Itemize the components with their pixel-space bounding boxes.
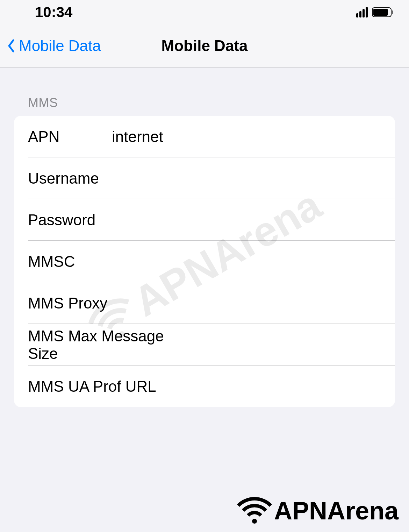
row-label: MMS Proxy	[28, 295, 189, 312]
section-header-mms: MMS	[14, 95, 395, 110]
status-bar: 10:34	[0, 0, 409, 24]
row-mms-max-size[interactable]: MMS Max Message Size	[14, 324, 395, 366]
row-apn[interactable]: APN	[14, 116, 395, 157]
back-button[interactable]: Mobile Data	[7, 37, 101, 55]
mms-max-size-input[interactable]	[189, 336, 381, 354]
wifi-icon	[237, 497, 272, 525]
row-mms-ua-prof-url[interactable]: MMS UA Prof URL	[14, 366, 395, 407]
svg-point-0	[252, 519, 257, 524]
username-input[interactable]	[112, 170, 381, 187]
row-username[interactable]: Username	[14, 157, 395, 199]
row-password[interactable]: Password	[14, 199, 395, 241]
mmsc-input[interactable]	[112, 253, 381, 270]
back-label: Mobile Data	[19, 37, 101, 55]
content: MMS APN Username Password MMSC MMS Proxy	[0, 68, 409, 407]
footer-brand-text: APNArena	[274, 496, 399, 525]
page-title: Mobile Data	[162, 37, 248, 55]
mms-proxy-input[interactable]	[189, 295, 381, 312]
mms-ua-prof-url-input[interactable]	[189, 378, 381, 395]
status-icons	[356, 7, 392, 17]
row-label: MMS Max Message Size	[28, 327, 189, 362]
chevron-left-icon	[7, 39, 15, 53]
row-label: Password	[28, 211, 112, 229]
row-label: APN	[28, 128, 112, 146]
battery-icon	[372, 7, 392, 17]
password-input[interactable]	[112, 211, 381, 229]
status-time: 10:34	[35, 4, 72, 21]
settings-group-mms: APN Username Password MMSC MMS Proxy MMS…	[14, 116, 395, 407]
nav-header: Mobile Data Mobile Data	[0, 24, 409, 68]
row-label: Username	[28, 170, 112, 187]
apn-input[interactable]	[112, 128, 381, 146]
row-label: MMSC	[28, 253, 112, 270]
row-mms-proxy[interactable]: MMS Proxy	[14, 282, 395, 324]
footer-brand: APNArena	[237, 496, 399, 525]
row-mmsc[interactable]: MMSC	[14, 241, 395, 282]
cellular-signal-icon	[356, 7, 368, 17]
row-label: MMS UA Prof URL	[28, 378, 189, 395]
